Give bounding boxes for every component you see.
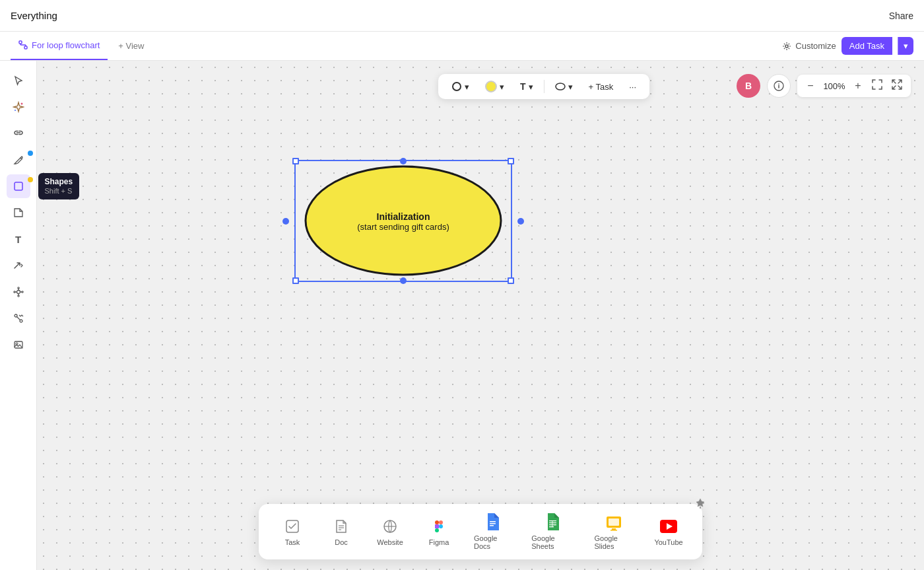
svg-rect-45	[549, 522, 556, 523]
text-tool[interactable]: T	[7, 227, 30, 251]
left-sidebar: Shapes Shift + S T	[0, 61, 37, 570]
handle-right[interactable]	[517, 218, 524, 225]
figma-dock-item[interactable]: Figma	[416, 513, 462, 550]
svg-rect-9	[15, 182, 22, 190]
tab-flowchart[interactable]: For loop flowchart	[11, 31, 108, 60]
tab-bar: For loop flowchart + View Customize Add …	[0, 32, 924, 61]
canvas-area[interactable]: ▾ ▾ T ▾ ▾ + Task ···	[37, 61, 924, 570]
svg-rect-47	[549, 526, 554, 527]
svg-rect-38	[435, 524, 439, 528]
figma-icon	[430, 517, 448, 536]
svg-rect-52	[610, 530, 617, 531]
fit-to-screen-btn[interactable]	[869, 77, 886, 94]
svg-rect-36	[435, 520, 439, 524]
ellipse-shape	[294, 160, 512, 282]
task-label: Task	[285, 538, 300, 546]
add-view-btn[interactable]: + View	[110, 31, 152, 60]
svg-rect-50	[609, 518, 619, 526]
ellipse-chevron: ▾	[568, 82, 573, 92]
website-icon	[381, 517, 399, 536]
add-task-dropdown-button[interactable]: ▾	[898, 37, 913, 55]
more-options-btn[interactable]: ···	[624, 79, 642, 94]
image-tool[interactable]	[7, 333, 30, 357]
task-dock-item[interactable]: Task	[269, 513, 315, 550]
link-tool[interactable]	[7, 122, 30, 145]
google-slides-label: Google Slides	[594, 534, 634, 550]
doc-label: Doc	[335, 538, 348, 546]
svg-rect-41	[490, 521, 496, 522]
svg-rect-37	[439, 520, 443, 524]
select-tool[interactable]	[7, 69, 30, 92]
svg-point-6	[20, 103, 22, 105]
ellipse-btn[interactable]: ▾	[550, 79, 578, 94]
zoom-controls: − 100% +	[797, 75, 911, 97]
svg-rect-42	[490, 523, 496, 524]
canvas-toolbar: ▾ ▾ T ▾ ▾ + Task ···	[438, 74, 649, 99]
flowchart-icon	[18, 40, 28, 50]
svg-rect-43	[490, 525, 494, 526]
right-controls: B − 100% +	[737, 74, 911, 98]
dock-pin	[694, 497, 706, 512]
website-dock-item[interactable]: Website	[367, 513, 413, 550]
youtube-label: YouTube	[654, 538, 682, 546]
google-docs-label: Google Docs	[474, 534, 510, 550]
svg-point-7	[15, 110, 16, 111]
ai-tool[interactable]	[7, 95, 30, 119]
shapes-tool[interactable]: Shapes Shift + S	[7, 174, 30, 198]
website-label: Website	[377, 538, 403, 546]
customize-button[interactable]: Customize	[782, 41, 836, 51]
task-icon	[283, 517, 302, 536]
doc-dock-item[interactable]: Doc	[318, 513, 364, 550]
more-options-icon: ···	[629, 82, 636, 92]
tab-bar-right: Customize Add Task ▾	[782, 37, 913, 60]
svg-point-28	[778, 83, 779, 85]
figma-label: Figma	[429, 538, 449, 546]
info-button[interactable]	[767, 74, 791, 98]
customize-icon	[782, 42, 791, 51]
google-docs-icon	[483, 513, 502, 532]
zoom-out-btn[interactable]: −	[803, 78, 818, 94]
svg-point-24	[556, 83, 565, 90]
svg-rect-51	[612, 528, 616, 530]
zoom-in-btn[interactable]: +	[850, 78, 866, 94]
tab-flowchart-label: For loop flowchart	[32, 40, 100, 50]
fullscreen-btn[interactable]	[888, 77, 906, 94]
connect-tool[interactable]	[7, 306, 30, 330]
text-icon: T	[15, 234, 21, 245]
svg-point-20	[20, 320, 22, 322]
text-chevron: ▾	[529, 82, 533, 92]
color-chevron: ▾	[500, 82, 504, 92]
shape-container[interactable]: Initialization (start sending gift cards…	[294, 160, 512, 282]
add-task-canvas-btn[interactable]: + Task	[583, 79, 619, 94]
svg-rect-44	[549, 520, 556, 521]
circle-border-btn[interactable]: ▾	[446, 79, 475, 94]
google-sheets-label: Google Sheets	[531, 534, 573, 550]
pen-tool[interactable]	[7, 148, 30, 172]
add-task-canvas-label: + Task	[589, 82, 614, 92]
google-docs-dock-item[interactable]: Google Docs	[465, 509, 519, 554]
circle-border-chevron: ▾	[465, 82, 469, 92]
text-format-btn[interactable]: T ▾	[515, 79, 539, 94]
user-avatar: B	[737, 74, 760, 98]
mindmap-tool[interactable]	[7, 280, 30, 304]
svg-point-25	[306, 166, 501, 275]
share-button[interactable]: Share	[889, 11, 913, 21]
color-btn[interactable]: ▾	[480, 78, 510, 95]
zoom-level: 100%	[821, 81, 847, 91]
add-task-button[interactable]: Add Task	[842, 37, 892, 55]
google-slides-dock-item[interactable]: Google Slides	[585, 509, 643, 554]
google-sheets-dock-item[interactable]: Google Sheets	[522, 509, 582, 554]
doc-icon	[332, 517, 350, 536]
app-title: Everything	[11, 10, 57, 21]
youtube-icon	[659, 517, 678, 536]
sticky-tool[interactable]	[7, 201, 30, 225]
svg-rect-46	[549, 524, 556, 525]
google-sheets-icon	[543, 513, 562, 532]
google-slides-icon	[605, 513, 623, 532]
svg-point-19	[15, 314, 17, 317]
color-swatch	[485, 81, 497, 92]
handle-left[interactable]	[282, 218, 289, 225]
top-bar: Everything Share	[0, 0, 924, 32]
youtube-dock-item[interactable]: YouTube	[645, 513, 692, 550]
arrow-tool[interactable]	[7, 254, 30, 277]
